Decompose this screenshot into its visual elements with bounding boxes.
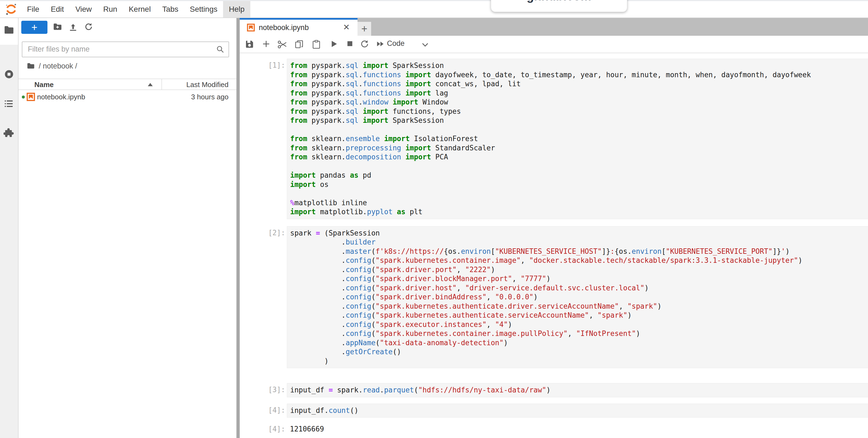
- code-line: .config("spark.kubernetes.authenticate.d…: [290, 302, 868, 311]
- code-line: from sklearn.ensemble import IsolationFo…: [290, 134, 868, 144]
- file-browser-toolbar: +: [19, 20, 237, 36]
- tab-bar: notebook.ipynb ✕ +: [240, 18, 868, 36]
- code-line: .config("spark.kubernetes.container.imag…: [290, 329, 868, 339]
- file-name: notebook.ipynb: [37, 93, 85, 101]
- code-line: from pyspark.sql import functions, types: [290, 107, 868, 116]
- restart-run-all-icon[interactable]: [376, 39, 385, 50]
- code-line: from pyspark.sql.functions import dayofw…: [290, 70, 868, 80]
- extensions-icon[interactable]: [0, 127, 18, 138]
- code-cell[interactable]: [2]:spark = (SparkSession .builder .mast…: [240, 226, 868, 369]
- notebook-file-icon: [27, 92, 35, 103]
- new-folder-icon[interactable]: [53, 22, 62, 34]
- code-line: [290, 162, 868, 171]
- restart-kernel-icon[interactable]: [360, 39, 370, 50]
- code-line: [290, 125, 868, 135]
- code-line: .builder: [290, 238, 868, 247]
- code-line: import matplotlib.pyplot as plt: [290, 207, 868, 217]
- breadcrumb-path: / notebook /: [39, 62, 77, 70]
- menu-tabs[interactable]: Tabs: [157, 1, 184, 18]
- output-cell[interactable]: [4]:12106669: [240, 422, 868, 433]
- new-tab-button[interactable]: +: [358, 22, 371, 36]
- kernel-running-dot: [22, 95, 25, 98]
- code-line: .config("spark.driver.host", "driver-ser…: [290, 284, 868, 293]
- tab-notebook[interactable]: notebook.ipynb ✕: [240, 18, 358, 37]
- menu-settings[interactable]: Settings: [184, 1, 223, 18]
- save-icon[interactable]: [245, 39, 254, 50]
- cell-editor[interactable]: input_df = spark.read.parquet("hdfs://hd…: [287, 383, 868, 397]
- running-kernels-icon[interactable]: [0, 69, 18, 80]
- chevron-down-icon[interactable]: [422, 43, 428, 48]
- file-browser-panel: +: [19, 18, 237, 438]
- code-line: .config("spark.kubernetes.authenticate.s…: [290, 311, 868, 320]
- tab-title: notebook.ipynb: [259, 24, 309, 32]
- panel-splitter[interactable]: [237, 18, 240, 438]
- run-cell-icon[interactable]: [329, 39, 338, 50]
- cell-prompt: [1]:: [240, 59, 287, 69]
- output-text: 12106669: [287, 422, 868, 433]
- paste-cells-icon[interactable]: [311, 39, 321, 50]
- breadcrumb[interactable]: / notebook /: [27, 61, 77, 71]
- code-line: from sklearn.preprocessing import Standa…: [290, 144, 868, 153]
- code-line: .config("spark.kubernetes.container.imag…: [290, 256, 868, 265]
- add-cell-icon[interactable]: [261, 39, 271, 50]
- stop-kernel-icon[interactable]: [345, 39, 354, 49]
- code-line: from pyspark.sql import SparkSession: [290, 116, 868, 125]
- home-folder-icon: [27, 62, 35, 70]
- menu-kernel[interactable]: Kernel: [123, 1, 157, 18]
- activity-bar: [0, 18, 19, 438]
- file-browser-icon[interactable]: [0, 25, 18, 35]
- cell-prompt: [4]:: [240, 422, 287, 433]
- code-cell[interactable]: [3]:input_df = spark.read.parquet("hdfs:…: [240, 383, 868, 397]
- cell-type-select[interactable]: Code: [387, 39, 405, 48]
- menu-edit[interactable]: Edit: [45, 1, 69, 18]
- code-line: from pyspark.sql.functions import concat…: [290, 80, 868, 89]
- cut-cells-icon[interactable]: [277, 39, 288, 51]
- code-line: ): [290, 357, 868, 366]
- cell-prompt: [3]:: [240, 383, 287, 394]
- new-launcher-button[interactable]: +: [21, 21, 48, 34]
- copy-cells-icon[interactable]: [294, 39, 304, 50]
- column-name[interactable]: Name: [34, 81, 54, 89]
- close-tab-icon[interactable]: ✕: [343, 22, 350, 32]
- menu-view[interactable]: View: [69, 1, 97, 18]
- file-list-header: Name Last Modified: [19, 79, 237, 90]
- code-line: from pyspark.sql.window import Window: [290, 98, 868, 107]
- file-modified: 3 hours ago: [191, 93, 228, 101]
- code-line: input_df.count(): [290, 406, 868, 415]
- code-line: .config("spark.driver.bindAddress", "0.0…: [290, 293, 868, 302]
- cell-prompt: [2]:: [240, 226, 287, 237]
- menu-run[interactable]: Run: [98, 1, 123, 18]
- code-cell[interactable]: [1]:from pyspark.sql import SparkSession…: [240, 59, 868, 219]
- code-line: .config("spark.executor.instances", "4"): [290, 320, 868, 329]
- upload-icon[interactable]: [68, 22, 78, 34]
- code-line: .config("spark.driver.blockManager.port"…: [290, 274, 868, 284]
- code-line: from pyspark.sql.functions import lag: [290, 89, 868, 98]
- main-dock: notebook.ipynb ✕ +: [240, 18, 868, 438]
- file-row-notebook[interactable]: notebook.ipynb 3 hours ago: [19, 91, 237, 103]
- filter-files-input[interactable]: [27, 45, 203, 54]
- cell-editor[interactable]: spark = (SparkSession .builder .master(f…: [287, 226, 868, 369]
- column-last-modified[interactable]: Last Modified: [186, 81, 228, 89]
- menubar: File Edit View Run Kernel Tabs Settings …: [0, 1, 868, 18]
- code-cell[interactable]: [4]:input_df.count(): [240, 404, 868, 418]
- code-line: spark = (SparkSession: [290, 229, 868, 238]
- menu-help[interactable]: Help: [223, 1, 250, 18]
- sort-ascending-icon[interactable]: [148, 83, 153, 86]
- code-line: import os: [290, 180, 868, 189]
- search-icon: [216, 45, 225, 56]
- code-line: .master(f'k8s://https://{os.environ["KUB…: [290, 247, 868, 256]
- cell-prompt: [4]:: [240, 404, 287, 414]
- notebook-content: [1]:from pyspark.sql import SparkSession…: [240, 53, 868, 438]
- browser-popup: github.com: [491, 0, 627, 12]
- code-line: %matplotlib inline: [290, 198, 868, 208]
- refresh-icon[interactable]: [84, 22, 93, 34]
- column-divider: [161, 79, 162, 89]
- cell-editor[interactable]: from pyspark.sql import SparkSessionfrom…: [287, 59, 868, 219]
- menu-file[interactable]: File: [21, 1, 45, 18]
- cell-editor[interactable]: input_df.count(): [287, 404, 868, 418]
- code-line: .getOrCreate(): [290, 347, 868, 357]
- table-of-contents-icon[interactable]: [0, 99, 18, 109]
- notebook-toolbar: Code: [240, 36, 868, 53]
- filter-files-box: [22, 41, 229, 57]
- code-line: from sklearn.decomposition import PCA: [290, 152, 868, 162]
